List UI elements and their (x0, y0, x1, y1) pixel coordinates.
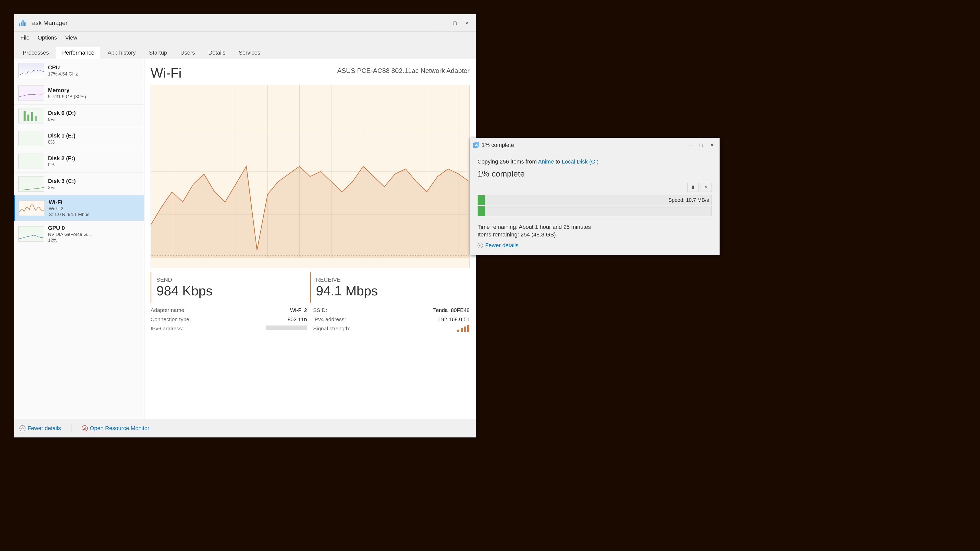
detail-grid: Adapter name: Wi-Fi 2 SSID: Tenda_80FE48… (151, 306, 469, 333)
title-bar-controls: ─ ▢ ✕ (437, 18, 473, 27)
maximize-button[interactable]: ▢ (449, 18, 460, 27)
copy-minimize-button[interactable]: ─ (685, 141, 695, 150)
bottom-divider (71, 424, 72, 432)
task-manager-window: Task Manager ─ ▢ ✕ File Options View Pro… (14, 14, 476, 437)
ipv4-key: IPv4 address: (313, 316, 346, 322)
gpu-name: NVIDIA GeForce G... (48, 232, 140, 237)
progress-divider (477, 220, 712, 220)
sidebar-item-disk3[interactable]: Disk 3 (C:) 2% (14, 173, 144, 195)
tab-processes[interactable]: Processes (16, 47, 56, 59)
signal-val (457, 326, 469, 333)
receive-label: Receive (316, 276, 465, 283)
disk1-thumbnail (18, 131, 44, 146)
svg-rect-1 (19, 24, 20, 26)
chevron-up-icon (19, 425, 25, 431)
copy-from-link[interactable]: Anime (538, 159, 554, 165)
copy-desc-text: Copying 256 items from (477, 159, 537, 165)
copy-to-text: to (555, 159, 562, 165)
app-icon (18, 18, 27, 27)
copy-content: Copying 256 items from Anime to Local Di… (470, 152, 719, 255)
sidebar-item-memory[interactable]: Memory 9.7/31.9 GB (30%) (14, 82, 144, 105)
copy-controls: ─ ▢ ✕ (685, 141, 717, 150)
menu-file[interactable]: File (16, 32, 33, 43)
detail-ipv6: IPv6 address: (151, 325, 307, 333)
svg-rect-35 (83, 429, 84, 430)
menu-bar: File Options View (14, 32, 476, 44)
adapter-name-val: Wi-Fi 2 (290, 307, 307, 313)
cpu-info: CPU 17% 4.54 GHz (48, 64, 140, 77)
detail-signal: Signal strength: (313, 325, 469, 333)
progress-bar-2-fill (478, 206, 485, 216)
open-resource-monitor-link[interactable]: Open Resource Monitor (82, 425, 150, 432)
progress-speed: Speed: 10.7 MB/s (668, 197, 709, 203)
svg-point-33 (20, 426, 25, 431)
tab-startup[interactable]: Startup (143, 47, 173, 59)
sidebar-item-disk0[interactable]: Disk 0 (D:) 0% (14, 105, 144, 127)
progress-bar-2 (477, 206, 712, 216)
tab-services[interactable]: Services (232, 47, 266, 59)
close-button[interactable]: ✕ (461, 18, 473, 27)
detail-ipv4: IPv4 address: 192.168.0.51 (313, 316, 469, 323)
tab-performance[interactable]: Performance (56, 47, 101, 59)
tab-app-history[interactable]: App history (101, 47, 142, 59)
svg-rect-7 (24, 111, 26, 121)
chevron-up-circle-icon (477, 243, 483, 248)
disk2-info: Disk 2 (F:) 0% (48, 155, 140, 168)
copy-window: 1% complete ─ ▢ ✕ Copying 256 items from… (469, 138, 720, 255)
progress-container: Speed: 10.7 MB/s (477, 195, 712, 216)
svg-point-41 (478, 243, 483, 248)
ssid-val: Tenda_80FE48 (433, 307, 469, 313)
copy-title-left: 1% complete (473, 141, 514, 149)
ipv6-val (266, 326, 307, 330)
ssid-key: SSID: (313, 307, 327, 313)
disk0-stats: 0% (48, 117, 140, 122)
disk2-label: Disk 2 (F:) (48, 155, 140, 162)
progress-bar-1: Speed: 10.7 MB/s (477, 195, 712, 205)
copy-to-link[interactable]: Local Disk (C:) (562, 159, 598, 165)
memory-label: Memory (48, 87, 140, 94)
title-bar: Task Manager ─ ▢ ✕ (14, 14, 476, 32)
fewer-details-copy-link[interactable]: Fewer details (477, 242, 712, 249)
bottom-bar: Fewer details Open Resource Monitor (14, 419, 476, 437)
cpu-label: CPU (48, 64, 140, 71)
menu-options[interactable]: Options (33, 32, 61, 43)
tab-details[interactable]: Details (202, 47, 232, 59)
gpu-info: GPU 0 NVIDIA GeForce G... 12% (48, 225, 140, 243)
gpu-stats: 12% (48, 238, 140, 243)
memory-info: Memory 9.7/31.9 GB (30%) (48, 87, 140, 100)
svg-rect-15 (19, 227, 44, 241)
wifi-stats: S: 1.0 R: 94.1 Mbps (49, 212, 140, 218)
svg-rect-2 (21, 22, 22, 26)
sidebar-item-gpu[interactable]: GPU 0 NVIDIA GeForce G... 12% (14, 221, 144, 247)
wifi-info: Wi-Fi Wi-Fi 2 S: 1.0 R: 94.1 Mbps (49, 199, 140, 218)
svg-rect-12 (19, 154, 44, 168)
copy-maximize-button[interactable]: ▢ (696, 141, 706, 150)
disk0-label: Disk 0 (D:) (48, 110, 140, 116)
sidebar-item-disk2[interactable]: Disk 2 (F:) 0% (14, 150, 144, 173)
content-area: CPU 17% 4.54 GHz Memory 9.7/31.9 GB (30%… (14, 59, 476, 419)
minimize-button[interactable]: ─ (437, 18, 448, 27)
connection-type-key: Connection type: (151, 316, 191, 322)
signal-bars-icon (457, 326, 469, 332)
pause-button[interactable]: ⏸ (687, 183, 698, 192)
copy-title-text: 1% complete (482, 142, 514, 148)
tab-users[interactable]: Users (174, 47, 201, 59)
copy-app-icon (473, 141, 479, 149)
receive-stat: Receive 94.1 Mbps (310, 272, 469, 303)
copy-close-button[interactable]: ✕ (707, 141, 717, 150)
receive-value: 94.1 Mbps (316, 283, 465, 299)
ipv6-key: IPv6 address: (151, 326, 183, 333)
sidebar-item-disk1[interactable]: Disk 1 (E:) 0% (14, 127, 144, 150)
disk0-info: Disk 0 (D:) 0% (48, 110, 140, 122)
sidebar-item-cpu[interactable]: CPU 17% 4.54 GHz (14, 59, 144, 82)
disk3-thumbnail (18, 176, 44, 192)
menu-view[interactable]: View (61, 32, 81, 43)
disk1-info: Disk 1 (E:) 0% (48, 132, 140, 145)
cancel-button[interactable]: ✕ (700, 183, 712, 192)
fewer-details-link[interactable]: Fewer details (19, 425, 61, 432)
disk2-thumbnail (18, 154, 44, 169)
resource-monitor-icon (82, 425, 88, 431)
detail-ssid: SSID: Tenda_80FE48 (313, 306, 469, 314)
sidebar-item-wifi[interactable]: Wi-Fi Wi-Fi 2 S: 1.0 R: 94.1 Mbps (14, 195, 144, 221)
disk1-stats: 0% (48, 140, 140, 145)
